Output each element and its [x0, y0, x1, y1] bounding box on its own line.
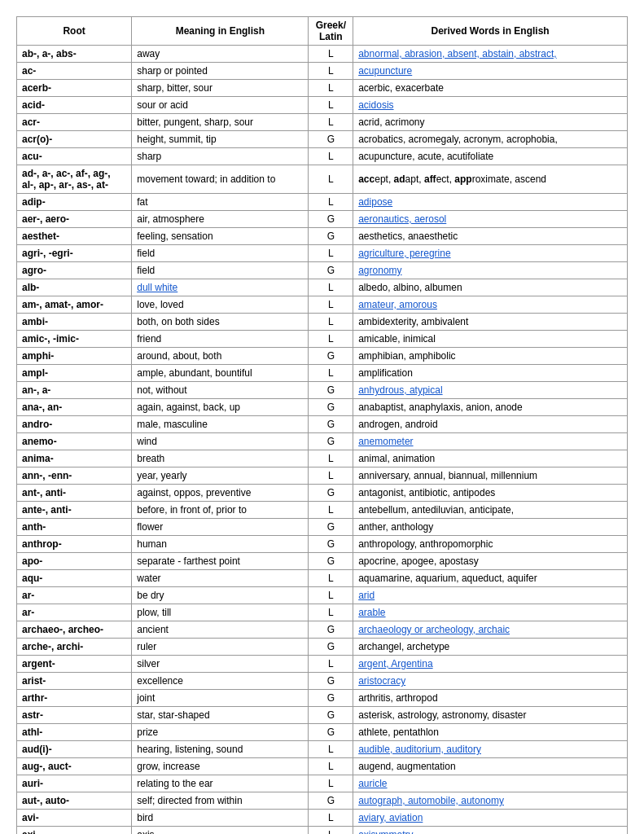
gl-cell: L [309, 758, 353, 775]
meaning-cell: water [132, 570, 309, 587]
root-cell: ampl- [17, 365, 132, 382]
root-cell: amic-, -imic- [17, 331, 132, 348]
table-row: archaeo-, archeo-ancientGarchaeology or … [17, 621, 628, 639]
table-row: arthr-jointGarthritis, arthropod [17, 690, 628, 707]
meaning-cell: excellence [132, 673, 309, 690]
root-cell: acid- [17, 97, 132, 114]
root-cell: acr- [17, 114, 132, 131]
gl-cell: L [309, 502, 353, 519]
table-row: anemo-windGanemometer [17, 433, 628, 450]
gl-cell: G [309, 262, 353, 279]
header-gl: Greek/ Latin [309, 17, 353, 46]
derived-cell: amateur, amorous [353, 296, 628, 314]
root-cell: ar- [17, 604, 132, 621]
table-row: am-, amat-, amor-love, lovedLamateur, am… [17, 296, 628, 314]
derived-cell: antagonist, antibiotic, antipodes [353, 485, 628, 502]
table-row: ant-, anti-against, oppos, preventiveGan… [17, 485, 628, 502]
root-cell: aud(i)- [17, 741, 132, 758]
derived-cell: aviary, aviation [353, 810, 628, 827]
derived-cell: audible, auditorium, auditory [353, 741, 628, 758]
table-row: argent-silverLargent, Argentina [17, 656, 628, 673]
gl-cell: G [309, 553, 353, 570]
meaning-cell: separate - farthest point [132, 553, 309, 570]
table-row: ann-, -enn-year, yearlyLanniversary, ann… [17, 467, 628, 485]
gl-cell: G [309, 433, 353, 450]
table-row: ac-sharp or pointedLacupuncture [17, 63, 628, 80]
derived-cell: androgen, android [353, 416, 628, 433]
derived-cell: anther, anthology [353, 519, 628, 536]
table-row: ambi-both, on both sidesLambidexterity, … [17, 314, 628, 331]
gl-cell: G [309, 211, 353, 228]
gl-cell: L [309, 450, 353, 467]
table-row: an-, a-not, withoutGanhydrous, atypical [17, 382, 628, 399]
root-cell: an-, a- [17, 382, 132, 399]
derived-cell: acidosis [353, 97, 628, 114]
derived-cell: accept, adapt, affect, approximate, asce… [353, 165, 628, 194]
derived-cell: acrid, acrimony [353, 114, 628, 131]
derived-cell: anniversary, annual, biannual, millenniu… [353, 467, 628, 485]
meaning-cell: love, loved [132, 296, 309, 314]
header-derived: Derived Words in English [353, 17, 628, 46]
meaning-cell: ample, abundant, bountiful [132, 365, 309, 382]
table-row: aut-, auto-self; directed from withinGau… [17, 792, 628, 810]
gl-cell: L [309, 314, 353, 331]
table-row: aer-, aero-air, atmosphereGaeronautics, … [17, 211, 628, 228]
root-cell: ambi- [17, 314, 132, 331]
root-cell: alb- [17, 279, 132, 296]
derived-cell: agriculture, peregrine [353, 245, 628, 262]
derived-cell: antebellum, antediluvian, anticipate, [353, 502, 628, 519]
derived-cell: adipose [353, 194, 628, 211]
gl-cell: G [309, 416, 353, 433]
derived-cell: aeronautics, aerosol [353, 211, 628, 228]
header-meaning: Meaning in English [132, 17, 309, 46]
root-cell: aer-, aero- [17, 211, 132, 228]
derived-cell: apocrine, apogee, apostasy [353, 553, 628, 570]
derived-cell: anhydrous, atypical [353, 382, 628, 399]
gl-cell: G [309, 348, 353, 365]
gl-cell: G [309, 690, 353, 707]
derived-cell: aquamarine, aquarium, aqueduct, aquifer [353, 570, 628, 587]
root-cell: aut-, auto- [17, 792, 132, 810]
meaning-cell: self; directed from within [132, 792, 309, 810]
meaning-cell: star, star-shaped [132, 707, 309, 724]
root-cell: avi- [17, 810, 132, 827]
gl-cell: L [309, 604, 353, 621]
gl-cell: L [309, 279, 353, 296]
table-row: andro-male, masculineGandrogen, android [17, 416, 628, 433]
root-cell: arist- [17, 673, 132, 690]
derived-cell: animal, animation [353, 450, 628, 467]
table-row: agri-, -egri-fieldLagriculture, peregrin… [17, 245, 628, 262]
table-row: arist-excellenceGaristocracy [17, 673, 628, 690]
table-row: aud(i)-hearing, listening, soundLaudible… [17, 741, 628, 758]
derived-cell: archaeology or archeology, archaic [353, 621, 628, 639]
table-row: ab-, a-, abs-awayLabnormal, abrasion, ab… [17, 46, 628, 63]
meaning-cell: joint [132, 690, 309, 707]
table-row: acu-sharpLacupuncture, acute, acutifolia… [17, 148, 628, 165]
root-cell: anima- [17, 450, 132, 467]
gl-cell: L [309, 570, 353, 587]
root-cell: anemo- [17, 433, 132, 450]
meaning-cell: field [132, 245, 309, 262]
meaning-cell: feeling, sensation [132, 228, 309, 245]
derived-cell: anemometer [353, 433, 628, 450]
gl-cell: L [309, 827, 353, 835]
table-row: ampl-ample, abundant, bountifulLamplific… [17, 365, 628, 382]
meaning-cell: not, without [132, 382, 309, 399]
table-row: acr(o)-height, summit, tipGacrobatics, a… [17, 131, 628, 148]
root-cell: archaeo-, archeo- [17, 621, 132, 639]
table-row: astr-star, star-shapedGasterisk, astrolo… [17, 707, 628, 724]
gl-cell: L [309, 296, 353, 314]
meaning-cell: friend [132, 331, 309, 348]
gl-cell: G [309, 519, 353, 536]
root-cell: ant-, anti- [17, 485, 132, 502]
gl-cell: G [309, 621, 353, 639]
gl-cell: L [309, 194, 353, 211]
derived-cell: acupuncture, acute, acutifoliate [353, 148, 628, 165]
derived-cell: amicable, inimical [353, 331, 628, 348]
table-row: anthrop-humanGanthropology, anthropomorp… [17, 536, 628, 553]
meaning-cell: bird [132, 810, 309, 827]
root-cell: athl- [17, 724, 132, 741]
header-root: Root [17, 17, 132, 46]
derived-cell: anthropology, anthropomorphic [353, 536, 628, 553]
gl-cell: G [309, 485, 353, 502]
